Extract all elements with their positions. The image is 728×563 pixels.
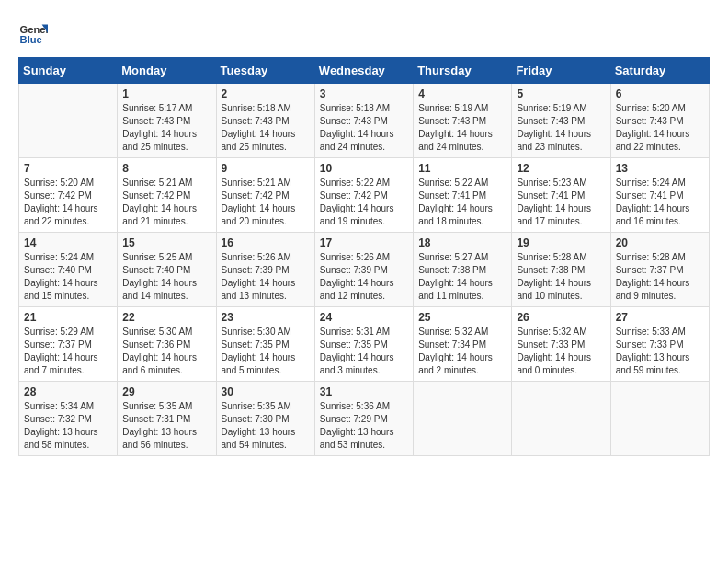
day-info: Sunrise: 5:27 AM Sunset: 7:38 PM Dayligh… [418,251,506,303]
day-info: Sunrise: 5:32 AM Sunset: 7:34 PM Dayligh… [418,326,506,377]
calendar-header: SundayMondayTuesdayWednesdayThursdayFrid… [19,58,710,84]
day-info: Sunrise: 5:20 AM Sunset: 7:42 PM Dayligh… [24,177,112,228]
day-info: Sunrise: 5:26 AM Sunset: 7:39 PM Dayligh… [320,251,408,303]
day-number: 11 [418,162,506,175]
calendar-cell: 18Sunrise: 5:27 AM Sunset: 7:38 PM Dayli… [414,233,512,307]
calendar-cell: 11Sunrise: 5:22 AM Sunset: 7:41 PM Dayli… [414,158,512,233]
day-number: 2 [222,87,310,100]
calendar-cell: 4Sunrise: 5:19 AM Sunset: 7:43 PM Daylig… [414,84,512,158]
day-number: 10 [320,162,408,175]
calendar-cell: 13Sunrise: 5:24 AM Sunset: 7:41 PM Dayli… [610,158,709,233]
day-info: Sunrise: 5:21 AM Sunset: 7:42 PM Dayligh… [222,177,310,228]
calendar-cell: 6Sunrise: 5:20 AM Sunset: 7:43 PM Daylig… [610,84,709,158]
day-info: Sunrise: 5:24 AM Sunset: 7:40 PM Dayligh… [24,251,112,303]
calendar-body: 1Sunrise: 5:17 AM Sunset: 7:43 PM Daylig… [19,84,710,456]
calendar-cell: 7Sunrise: 5:20 AM Sunset: 7:42 PM Daylig… [19,158,118,233]
calendar-cell: 17Sunrise: 5:26 AM Sunset: 7:39 PM Dayli… [314,233,413,307]
calendar-cell: 9Sunrise: 5:21 AM Sunset: 7:42 PM Daylig… [216,158,314,233]
day-number: 30 [222,385,310,398]
header-day-saturday: Saturday [610,58,709,84]
day-info: Sunrise: 5:35 AM Sunset: 7:30 PM Dayligh… [222,400,310,452]
calendar-cell: 28Sunrise: 5:34 AM Sunset: 7:32 PM Dayli… [19,382,118,456]
day-number: 26 [517,311,605,324]
day-number: 14 [24,236,112,249]
page-header: General Blue [18,18,710,48]
calendar-cell: 20Sunrise: 5:28 AM Sunset: 7:37 PM Dayli… [610,233,709,307]
day-number: 4 [418,87,506,100]
day-info: Sunrise: 5:30 AM Sunset: 7:36 PM Dayligh… [122,326,210,377]
logo: General Blue [18,18,48,48]
header-day-thursday: Thursday [414,58,512,84]
day-number: 24 [320,311,408,324]
calendar-cell: 30Sunrise: 5:35 AM Sunset: 7:30 PM Dayli… [216,382,314,456]
svg-text:Blue: Blue [20,34,42,45]
day-number: 7 [24,162,112,175]
day-number: 27 [616,311,704,324]
day-number: 1 [122,87,210,100]
day-number: 16 [222,236,310,249]
day-info: Sunrise: 5:35 AM Sunset: 7:31 PM Dayligh… [122,400,210,452]
day-number: 25 [418,311,506,324]
calendar-cell: 15Sunrise: 5:25 AM Sunset: 7:40 PM Dayli… [118,233,216,307]
calendar-week-4: 21Sunrise: 5:29 AM Sunset: 7:37 PM Dayli… [19,307,710,382]
day-info: Sunrise: 5:22 AM Sunset: 7:42 PM Dayligh… [320,177,408,228]
calendar-week-2: 7Sunrise: 5:20 AM Sunset: 7:42 PM Daylig… [19,158,710,233]
day-info: Sunrise: 5:22 AM Sunset: 7:41 PM Dayligh… [418,177,506,228]
day-number: 12 [517,162,605,175]
day-info: Sunrise: 5:24 AM Sunset: 7:41 PM Dayligh… [616,177,704,228]
calendar-cell: 29Sunrise: 5:35 AM Sunset: 7:31 PM Dayli… [118,382,216,456]
day-number: 19 [517,236,605,249]
day-info: Sunrise: 5:34 AM Sunset: 7:32 PM Dayligh… [24,400,112,452]
calendar-week-5: 28Sunrise: 5:34 AM Sunset: 7:32 PM Dayli… [19,382,710,456]
day-info: Sunrise: 5:18 AM Sunset: 7:43 PM Dayligh… [320,102,408,154]
day-info: Sunrise: 5:31 AM Sunset: 7:35 PM Dayligh… [320,326,408,377]
calendar-cell: 26Sunrise: 5:32 AM Sunset: 7:33 PM Dayli… [512,307,610,382]
calendar-cell: 24Sunrise: 5:31 AM Sunset: 7:35 PM Dayli… [314,307,413,382]
calendar-cell: 31Sunrise: 5:36 AM Sunset: 7:29 PM Dayli… [314,382,413,456]
day-number: 9 [222,162,310,175]
calendar-cell [610,382,709,456]
day-number: 13 [616,162,704,175]
calendar-cell: 14Sunrise: 5:24 AM Sunset: 7:40 PM Dayli… [19,233,118,307]
day-number: 21 [24,311,112,324]
calendar-cell: 10Sunrise: 5:22 AM Sunset: 7:42 PM Dayli… [314,158,413,233]
calendar-cell: 23Sunrise: 5:30 AM Sunset: 7:35 PM Dayli… [216,307,314,382]
calendar-cell: 12Sunrise: 5:23 AM Sunset: 7:41 PM Dayli… [512,158,610,233]
day-number: 29 [122,385,210,398]
day-number: 15 [122,236,210,249]
calendar-table: SundayMondayTuesdayWednesdayThursdayFrid… [18,57,710,456]
day-info: Sunrise: 5:21 AM Sunset: 7:42 PM Dayligh… [122,177,210,228]
calendar-cell [414,382,512,456]
day-number: 31 [320,385,408,398]
day-number: 6 [616,87,704,100]
calendar-cell: 8Sunrise: 5:21 AM Sunset: 7:42 PM Daylig… [118,158,216,233]
calendar-week-3: 14Sunrise: 5:24 AM Sunset: 7:40 PM Dayli… [19,233,710,307]
header-day-friday: Friday [512,58,610,84]
header-day-sunday: Sunday [19,58,118,84]
day-info: Sunrise: 5:19 AM Sunset: 7:43 PM Dayligh… [418,102,506,154]
calendar-cell: 27Sunrise: 5:33 AM Sunset: 7:33 PM Dayli… [610,307,709,382]
calendar-cell [19,84,118,158]
day-info: Sunrise: 5:28 AM Sunset: 7:38 PM Dayligh… [517,251,605,303]
day-info: Sunrise: 5:18 AM Sunset: 7:43 PM Dayligh… [222,102,310,154]
day-number: 20 [616,236,704,249]
calendar-cell: 1Sunrise: 5:17 AM Sunset: 7:43 PM Daylig… [118,84,216,158]
calendar-cell: 21Sunrise: 5:29 AM Sunset: 7:37 PM Dayli… [19,307,118,382]
calendar-cell: 22Sunrise: 5:30 AM Sunset: 7:36 PM Dayli… [118,307,216,382]
day-info: Sunrise: 5:36 AM Sunset: 7:29 PM Dayligh… [320,400,408,452]
day-number: 5 [517,87,605,100]
day-info: Sunrise: 5:33 AM Sunset: 7:33 PM Dayligh… [616,326,704,377]
calendar-cell: 3Sunrise: 5:18 AM Sunset: 7:43 PM Daylig… [314,84,413,158]
day-number: 22 [122,311,210,324]
day-info: Sunrise: 5:30 AM Sunset: 7:35 PM Dayligh… [222,326,310,377]
day-info: Sunrise: 5:19 AM Sunset: 7:43 PM Dayligh… [517,102,605,154]
day-info: Sunrise: 5:25 AM Sunset: 7:40 PM Dayligh… [122,251,210,303]
header-day-monday: Monday [118,58,216,84]
calendar-week-1: 1Sunrise: 5:17 AM Sunset: 7:43 PM Daylig… [19,84,710,158]
day-number: 17 [320,236,408,249]
day-number: 3 [320,87,408,100]
calendar-cell: 25Sunrise: 5:32 AM Sunset: 7:34 PM Dayli… [414,307,512,382]
calendar-cell: 2Sunrise: 5:18 AM Sunset: 7:43 PM Daylig… [216,84,314,158]
day-number: 23 [222,311,310,324]
calendar-cell: 5Sunrise: 5:19 AM Sunset: 7:43 PM Daylig… [512,84,610,158]
